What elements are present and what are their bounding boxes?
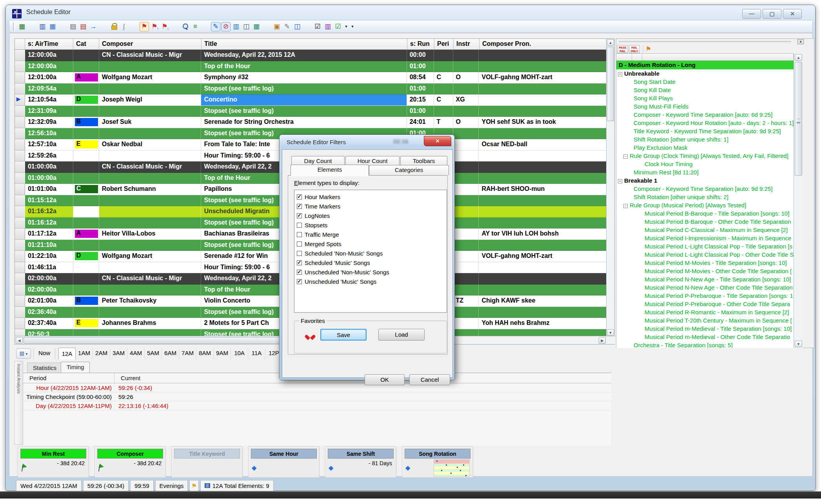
checkbox-icon[interactable] <box>297 260 302 265</box>
checkbox-filter-icon[interactable]: ☑ <box>313 22 322 31</box>
hour-tab[interactable]: 11A <box>248 348 265 359</box>
schedule-row[interactable]: ▶ 12:10:54a D Joseph Weigl Concertino 20… <box>15 94 607 106</box>
rule-tree-item[interactable]: Minimum Rest [8d 11:20] <box>616 168 794 176</box>
composer-cell[interactable] <box>99 307 202 318</box>
rule-tree-item[interactable]: Composer - Keyword Time Separation [auto… <box>616 111 794 119</box>
schedule-row[interactable]: 12:00:00a CN - Classical Music - Migr We… <box>15 50 607 61</box>
category-cell[interactable]: D <box>73 251 99 262</box>
rule-tree-item[interactable]: Musical Period B-Baroque - Other Code Ti… <box>616 218 794 226</box>
instrument-cell[interactable] <box>453 83 479 95</box>
pronunciation-cell[interactable] <box>479 150 607 162</box>
toolbar-separator[interactable] <box>303 22 312 31</box>
column-header-period[interactable]: Peri <box>434 39 454 49</box>
checkbox-icon[interactable] <box>297 223 302 228</box>
period-cell[interactable] <box>434 83 453 95</box>
airtime-cell[interactable]: 01:16:12a <box>25 218 73 229</box>
airtime-cell[interactable]: 01:17:12a <box>25 228 73 240</box>
row-selector[interactable] <box>15 195 25 207</box>
rule-tree-item[interactable]: Shift Rotation [other unique shifts: 1] <box>616 135 794 143</box>
instrument-cell[interactable]: TZ <box>453 296 479 307</box>
pronunciation-cell[interactable] <box>479 195 607 207</box>
pronunciation-cell[interactable] <box>479 329 607 337</box>
row-selector[interactable] <box>15 262 25 274</box>
category-cell[interactable] <box>73 285 99 296</box>
category-cell[interactable] <box>73 161 99 173</box>
grid-vscroll-thumb[interactable] <box>607 47 614 121</box>
element-type-option[interactable]: Merged Spots <box>297 239 447 248</box>
composer-cell[interactable]: CN - Classical Music - Migr <box>99 273 202 285</box>
flag-icon[interactable]: ⚑ <box>646 45 651 53</box>
composer-cell[interactable]: Peter Tchaikovsky <box>99 296 202 307</box>
airtime-cell[interactable]: 12:00:00a <box>25 61 73 73</box>
category-cell[interactable] <box>73 150 99 162</box>
checkbox-green-icon[interactable]: ☑ <box>333 22 343 31</box>
instrument-cell[interactable] <box>453 285 479 296</box>
statistics-icon[interactable]: ▥ <box>38 22 47 31</box>
airtime-cell[interactable]: 02:01:00a <box>25 296 73 307</box>
rules-vscroll-thumb[interactable] <box>795 62 802 176</box>
pronunciation-cell[interactable]: VOLF-gahng MOHT-zart <box>479 72 607 83</box>
schedule-row[interactable]: 12:09:54a Stopset (see traffic log) 01:0… <box>15 83 607 95</box>
hour-tab[interactable]: 7AM <box>179 348 196 359</box>
log-menu-button[interactable]: ▤ ▾ <box>16 348 31 359</box>
composer-cell[interactable] <box>99 61 202 73</box>
row-selector[interactable]: ▶ <box>15 94 25 106</box>
pronunciation-cell[interactable] <box>479 273 607 285</box>
row-selector[interactable] <box>15 50 25 61</box>
pronunciation-cell[interactable] <box>479 161 607 173</box>
flag-up-icon[interactable]: ⚑ ↑ <box>150 22 159 31</box>
ok-button[interactable]: OK <box>365 374 405 385</box>
composer-cell[interactable] <box>99 206 202 218</box>
rule-tree-item[interactable]: Musical Period m-Medieval - Title Separa… <box>616 325 794 333</box>
toolbar-separator[interactable] <box>27 22 37 31</box>
collapse-icon[interactable]: − <box>623 204 628 208</box>
instrument-cell[interactable] <box>453 251 479 262</box>
airtime-cell[interactable]: 01:46:11a <box>25 262 73 274</box>
airtime-cell[interactable]: 01:16:12a <box>25 206 73 218</box>
instrument-cell[interactable]: O <box>453 117 479 128</box>
save-button[interactable]: Save <box>320 329 367 341</box>
instrument-cell[interactable]: XG <box>453 94 479 106</box>
edit-log-icon[interactable]: ✎ <box>211 22 220 31</box>
airtime-cell[interactable]: 12:59:26a <box>25 150 73 162</box>
category-cell[interactable]: A <box>73 72 99 83</box>
instrument-cell[interactable] <box>453 139 479 150</box>
rule-tree-item[interactable]: Composer - Keyword Hour Rotation [auto -… <box>616 119 794 127</box>
instrument-cell[interactable] <box>453 206 479 218</box>
rule-status-box[interactable]: Song Rotation <box>402 446 473 478</box>
checkbox-icon[interactable] <box>297 194 302 199</box>
instrument-cell[interactable] <box>453 318 479 329</box>
element-type-option[interactable]: Scheduled 'Non-Music' Songs <box>297 248 447 258</box>
column-header-pron[interactable]: Composer Pron. <box>480 39 607 49</box>
category-cell[interactable] <box>73 218 99 229</box>
composer-cell[interactable]: Joseph Weigl <box>99 94 202 106</box>
grid-vertical-scrollbar[interactable]: ▲ ▼ <box>606 39 614 336</box>
airtime-cell[interactable]: 01:15:12a <box>25 195 73 207</box>
hour-tab[interactable]: 10A <box>231 348 248 359</box>
list-icon[interactable]: ≡ <box>191 22 200 31</box>
runtime-cell[interactable]: 08:54 <box>407 72 434 83</box>
pronunciation-cell[interactable] <box>479 83 607 95</box>
scroll-up-icon[interactable]: ▲ <box>795 54 802 61</box>
flag-down-icon[interactable]: ⚑ ↓ <box>160 22 169 31</box>
category-cell[interactable] <box>73 50 99 61</box>
airtime-cell[interactable]: 12:09:54a <box>25 83 73 95</box>
composer-cell[interactable] <box>99 285 202 296</box>
pronunciation-cell[interactable] <box>479 285 607 296</box>
row-selector[interactable] <box>15 273 25 285</box>
rule-status-box[interactable]: Title Keyword <box>171 446 243 478</box>
category-cell[interactable]: E <box>73 318 99 329</box>
row-selector[interactable] <box>15 173 25 184</box>
composer-cell[interactable]: Oskar Nedbal <box>99 139 202 150</box>
toolbar-separator[interactable] <box>170 22 180 31</box>
airtime-cell[interactable]: 12:01:00a <box>25 72 73 83</box>
toolbar-separator[interactable] <box>262 22 271 31</box>
tab-categories[interactable]: Categories <box>369 165 449 175</box>
cancel-button[interactable]: Cancel <box>409 374 450 385</box>
checkbox-icon[interactable] <box>297 270 302 275</box>
calendar-grid-icon[interactable]: ▦ <box>48 22 57 31</box>
fail-only-button[interactable]: FAIL ONLY <box>629 45 640 53</box>
checkbox-icon[interactable] <box>297 213 302 218</box>
instrument-cell[interactable] <box>453 262 479 274</box>
row-selector[interactable] <box>15 139 25 150</box>
